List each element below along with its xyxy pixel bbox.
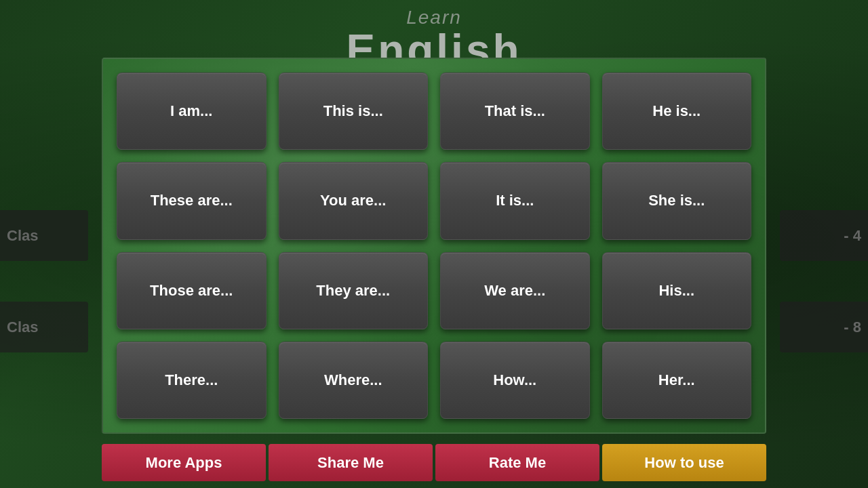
side-panel-right-top: - 4 — [780, 210, 868, 261]
grid-button-2[interactable]: That is... — [440, 73, 590, 150]
side-panel-right-bottom-number: - 8 — [844, 319, 861, 336]
side-panel-right-bottom: - 8 — [780, 302, 868, 352]
side-panel-left-bottom: Clas — [0, 302, 88, 352]
grid-button-15[interactable]: Her... — [602, 342, 752, 419]
grid-button-8[interactable]: Those are... — [117, 252, 267, 329]
grid-button-9[interactable]: They are... — [279, 252, 429, 329]
grid-button-5[interactable]: You are... — [279, 162, 429, 239]
side-panel-left-top: Clas — [0, 210, 88, 261]
grid-button-13[interactable]: Where... — [279, 342, 429, 419]
grid-button-7[interactable]: She is... — [602, 162, 752, 239]
side-panel-left-bottom-text: Clas — [7, 319, 38, 336]
grid-button-0[interactable]: I am... — [117, 73, 267, 150]
grid-button-12[interactable]: There... — [117, 342, 267, 419]
grid-button-6[interactable]: It is... — [440, 162, 590, 239]
share-me-button[interactable]: Share Me — [269, 444, 433, 481]
side-panel-left-top-text: Clas — [7, 227, 38, 245]
grid-button-1[interactable]: This is... — [279, 73, 429, 150]
main-panel: I am...This is...That is...He is...These… — [102, 58, 766, 434]
grid: I am...This is...That is...He is...These… — [117, 73, 751, 419]
bottom-bar: More Apps Share Me Rate Me How to use — [102, 437, 766, 488]
side-panel-right-top-number: - 4 — [844, 227, 861, 245]
grid-button-11[interactable]: His... — [602, 252, 752, 329]
grid-button-3[interactable]: He is... — [602, 73, 752, 150]
grid-button-10[interactable]: We are... — [440, 252, 590, 329]
grid-button-4[interactable]: These are... — [117, 162, 267, 239]
more-apps-button[interactable]: More Apps — [102, 444, 266, 481]
rate-me-button[interactable]: Rate Me — [435, 444, 599, 481]
how-to-use-button[interactable]: How to use — [602, 444, 766, 481]
grid-button-14[interactable]: How... — [440, 342, 590, 419]
